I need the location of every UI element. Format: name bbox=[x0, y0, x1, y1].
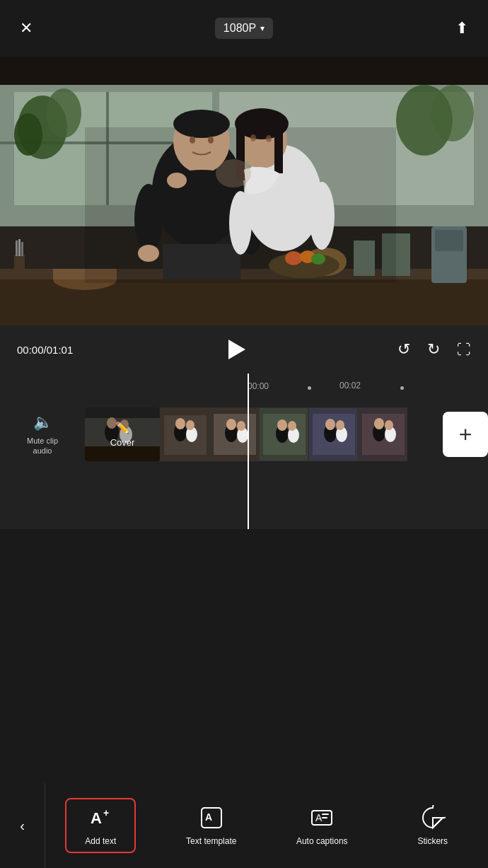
add-text-label: Add text bbox=[85, 836, 116, 846]
toolbar-items: A + Add text A Text template A Auto capt… bbox=[45, 783, 488, 868]
edit-icon: ✏️ bbox=[115, 421, 129, 434]
svg-rect-48 bbox=[0, 57, 488, 325]
controls-right: ↺ ↻ ⛶ bbox=[397, 340, 471, 359]
svg-text:A: A bbox=[91, 809, 102, 827]
ruler-mark-2: 00:02 bbox=[339, 381, 361, 390]
redo-button[interactable]: ↻ bbox=[427, 340, 440, 359]
svg-point-63 bbox=[175, 418, 185, 429]
stickers-icon bbox=[420, 805, 446, 831]
scene-svg bbox=[0, 57, 488, 325]
svg-point-65 bbox=[186, 420, 194, 430]
back-icon: ‹ bbox=[20, 818, 25, 834]
svg-point-71 bbox=[237, 421, 245, 431]
auto-captions-button[interactable]: A Auto captions bbox=[286, 799, 357, 852]
stickers-button[interactable]: Stickers bbox=[397, 799, 468, 852]
timeline-section: 00:00 00:02 🔈 Mute clipaudio bbox=[0, 374, 488, 529]
film-strip-inner bbox=[160, 407, 407, 461]
ruler-mark-0: 00:00 bbox=[248, 381, 269, 391]
film-frame bbox=[160, 407, 209, 461]
svg-point-77 bbox=[288, 421, 296, 431]
cover-thumbnail[interactable]: ✏️ Cover bbox=[85, 407, 160, 461]
svg-rect-96 bbox=[322, 814, 329, 815]
fullscreen-button[interactable]: ⛶ bbox=[457, 342, 471, 358]
top-bar: ✕ 1080P ▾ ⬆ bbox=[0, 0, 488, 57]
svg-point-89 bbox=[385, 420, 393, 430]
ruler-dot-2 bbox=[400, 386, 404, 390]
speaker-icon: 🔈 bbox=[33, 413, 52, 432]
svg-point-83 bbox=[336, 420, 344, 430]
video-preview bbox=[0, 57, 488, 325]
play-icon bbox=[228, 340, 245, 359]
cover-overlay: ✏️ Cover bbox=[85, 407, 160, 461]
scene-container bbox=[0, 57, 488, 325]
play-button[interactable] bbox=[223, 337, 248, 362]
bottom-toolbar: ‹ A + Add text A Text template A bbox=[0, 783, 488, 868]
resolution-label: 1080P bbox=[223, 22, 256, 35]
add-text-button[interactable]: A + Add text bbox=[65, 798, 136, 853]
timeline-spacer bbox=[0, 470, 488, 512]
text-template-label: Text template bbox=[186, 836, 236, 846]
plus-icon: + bbox=[459, 422, 472, 448]
auto-captions-icon: A bbox=[309, 805, 335, 831]
film-frame bbox=[358, 407, 407, 461]
text-template-icon: A bbox=[199, 805, 224, 831]
svg-text:A: A bbox=[205, 811, 212, 823]
back-button[interactable]: ‹ bbox=[0, 783, 45, 868]
svg-text:A: A bbox=[315, 812, 323, 823]
upload-button[interactable]: ⬆ bbox=[455, 19, 468, 37]
add-text-icon: A + bbox=[88, 805, 113, 831]
auto-captions-label: Auto captions bbox=[296, 836, 348, 846]
text-template-button[interactable]: A Text template bbox=[176, 799, 247, 852]
film-strip bbox=[160, 407, 437, 461]
ruler-dot-1 bbox=[308, 386, 311, 390]
film-frame bbox=[259, 407, 308, 461]
stickers-label: Stickers bbox=[417, 836, 448, 846]
film-frame bbox=[308, 407, 358, 461]
svg-point-81 bbox=[325, 419, 335, 430]
chevron-down-icon: ▾ bbox=[260, 23, 265, 33]
timeline-ruler: 00:00 00:02 bbox=[0, 374, 488, 399]
timecode-display: 00:00/01:01 bbox=[17, 344, 73, 356]
svg-point-75 bbox=[277, 419, 287, 431]
resolution-selector[interactable]: 1080P ▾ bbox=[215, 18, 273, 39]
svg-point-87 bbox=[374, 418, 384, 429]
mute-label: Mute clipaudio bbox=[27, 436, 58, 456]
svg-rect-50 bbox=[435, 230, 463, 251]
playback-controls bbox=[93, 337, 378, 362]
close-button[interactable]: ✕ bbox=[20, 19, 33, 37]
svg-point-69 bbox=[226, 419, 236, 430]
svg-rect-97 bbox=[322, 817, 327, 818]
svg-text:+: + bbox=[103, 807, 109, 818]
mute-clip-button[interactable]: 🔈 Mute clipaudio bbox=[0, 413, 85, 456]
controls-bar: 00:00/01:01 ↺ ↻ ⛶ bbox=[0, 325, 488, 374]
cover-label: Cover bbox=[110, 437, 135, 448]
timeline-track-row: 🔈 Mute clipaudio ✏️ Cover bbox=[0, 399, 488, 470]
film-frame bbox=[209, 407, 259, 461]
undo-button[interactable]: ↺ bbox=[397, 340, 410, 359]
add-clip-button[interactable]: + bbox=[443, 412, 488, 457]
